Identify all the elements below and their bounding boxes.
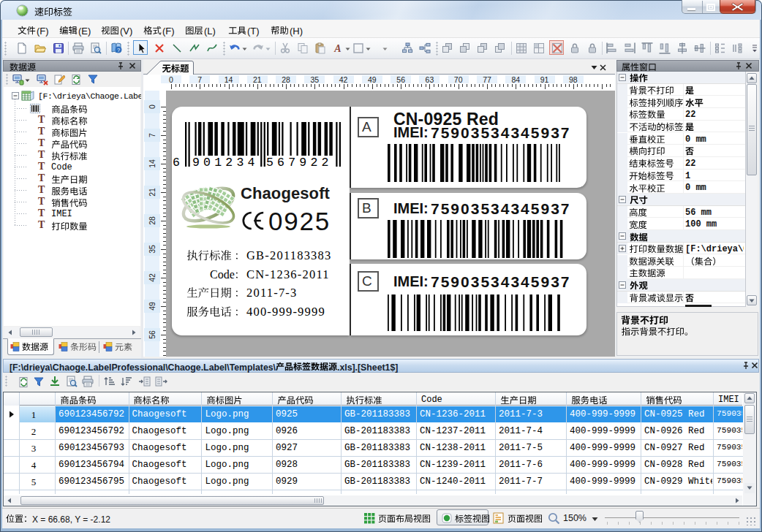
svg-text:A: A: [333, 43, 341, 54]
svg-text:?: ?: [117, 47, 120, 53]
